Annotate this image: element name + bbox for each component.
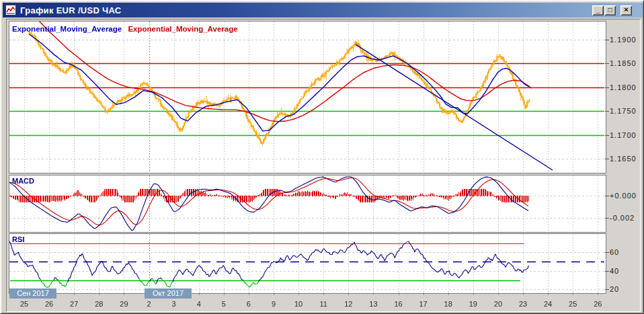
close-button[interactable]: × xyxy=(620,5,632,15)
rsi-canvas[interactable] xyxy=(9,234,604,292)
macd-label: MACD xyxy=(12,177,34,185)
minimize-button[interactable]: _ xyxy=(592,5,604,15)
month-label-sep: Сен 2017 xyxy=(9,288,56,299)
macd-panel xyxy=(9,175,606,233)
price-tick: 1.1700 xyxy=(610,131,637,139)
title-bar[interactable]: График EUR /USD ЧАС _ □ × xyxy=(3,3,643,17)
rsi-panel xyxy=(9,233,606,294)
month-label-oct: Окт 2017 xyxy=(145,288,192,299)
legend-ema-slow: Exponential_Moving_Average xyxy=(128,25,237,33)
price-chart-panel xyxy=(9,21,606,173)
macd-canvas[interactable] xyxy=(9,175,604,231)
indicator-legend: Exponential_Moving_Average Exponential_M… xyxy=(12,25,238,33)
rsi-tick: 60 xyxy=(610,248,619,256)
maximize-button[interactable]: □ xyxy=(604,5,616,15)
legend-ema-fast: Exponential_Moving_Average xyxy=(12,25,122,33)
price-tick: 1.1900 xyxy=(610,36,637,44)
rsi-tick: 20 xyxy=(610,285,619,293)
macd-tick: -0.002 xyxy=(610,214,635,222)
price-chart-canvas[interactable] xyxy=(9,22,604,171)
price-tick: 1.1800 xyxy=(610,83,637,91)
price-tick: 1.1850 xyxy=(610,59,637,67)
rsi-label: RSI xyxy=(12,235,24,243)
price-tick: 1.1650 xyxy=(610,155,637,163)
chart-window: График EUR /USD ЧАС _ □ × Exponential_Mo… xyxy=(0,0,644,314)
price-tick: 1.1750 xyxy=(610,107,637,115)
app-icon xyxy=(5,5,16,15)
window-title: График EUR /USD ЧАС xyxy=(20,5,122,15)
rsi-tick: 40 xyxy=(610,267,619,275)
macd-tick: +0.000 xyxy=(610,192,637,200)
